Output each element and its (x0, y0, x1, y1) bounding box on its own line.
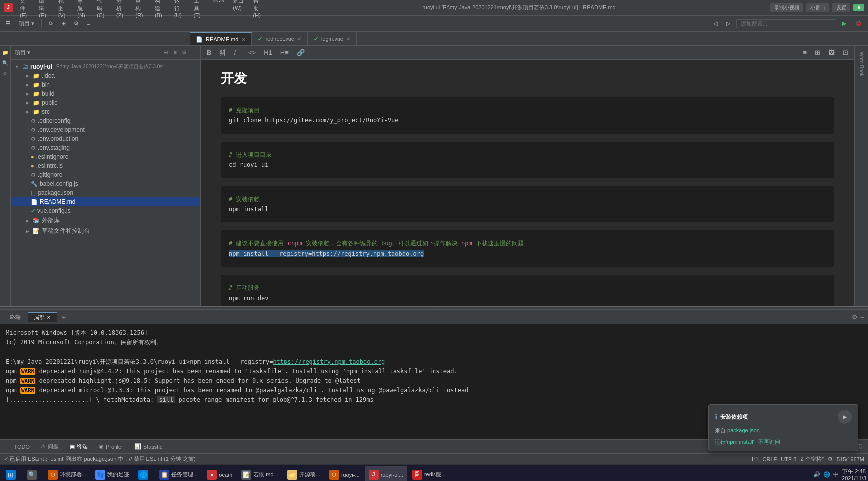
menu-refactor[interactable]: 重构(R) (131, 0, 150, 19)
position-indicator[interactable]: 1:1 (751, 456, 758, 462)
taskbar-browser[interactable]: 🌐 (134, 466, 154, 481)
terminal-tab-local[interactable]: 局部 ✕ (28, 312, 57, 322)
btab-issues[interactable]: ⚠ 问题 (36, 442, 64, 451)
tree-item-eslintrc[interactable]: ● .eslintrc.js (11, 161, 200, 170)
close-tab-login[interactable]: ✕ (346, 36, 350, 42)
tree-item-env-dev[interactable]: ⚙ .env.development (11, 125, 200, 134)
menu-nav[interactable]: 导航(N) (73, 0, 92, 19)
menu-help[interactable]: 帮助(H) (249, 0, 268, 19)
taskbar-ruoyi1[interactable]: ⬡ ruoyi-... (325, 466, 364, 481)
view-html-btn[interactable]: ⊡ (841, 48, 850, 57)
taskbar-ruoyi-md[interactable]: 📝 若依.md... (237, 466, 282, 481)
taskbar-redis[interactable]: 🗄 redis服... (408, 466, 450, 481)
bold-btn[interactable]: B (205, 48, 213, 57)
tree-item-idea[interactable]: ▶ 📁 .idea (11, 71, 200, 80)
tree-item-env-prod[interactable]: ⚙ .env.production (11, 134, 200, 143)
clock[interactable]: 下午 2:48 2021/11/3 (842, 468, 866, 481)
menu-analyze[interactable]: 分析(Z) (112, 0, 130, 19)
left-strip-btn1[interactable]: 📁 (2, 50, 8, 55)
structure-btn[interactable]: ⊞ (58, 19, 69, 28)
taskbar-env[interactable]: ⬡ 环境部署... (44, 466, 90, 481)
tab-login[interactable]: ✔ login.vue ✕ (308, 32, 357, 45)
line-ending-selector[interactable]: CRLF (763, 456, 777, 462)
taskbar-footprint[interactable]: 👣 我的足迹 (91, 466, 133, 481)
tree-item-readme[interactable]: 📄 README.md (11, 197, 200, 206)
taskbar-ruoyi-ui[interactable]: J ruoyi-ui... (365, 466, 407, 481)
sidebar-toggle[interactable]: ☰ (3, 19, 14, 28)
btab-todo[interactable]: ≡ TODO (4, 443, 35, 451)
menu-edit[interactable]: 编辑(E) (35, 0, 53, 19)
menu-run[interactable]: 运行(U) (170, 0, 189, 19)
taskbar-opensrc[interactable]: 📁 开源项... (283, 466, 324, 481)
notification-play-btn[interactable]: ▶ (838, 410, 852, 424)
link-btn[interactable]: 🔗 (295, 48, 307, 57)
start-button[interactable]: ⊞ (2, 466, 22, 481)
tree-item-editorconfig[interactable]: ⚙ .editorconfig (11, 116, 200, 125)
add-config-input[interactable] (736, 19, 836, 28)
taskbar-taskmgr[interactable]: 📋 任务管理... (155, 466, 202, 481)
tree-item-package[interactable]: { } package.json (11, 188, 200, 197)
menu-build[interactable]: 构建(B) (151, 0, 169, 19)
back-btn[interactable]: ◁ (710, 19, 720, 28)
sidebar-btn-close[interactable]: – (190, 49, 196, 56)
add-terminal-btn[interactable]: + (58, 312, 70, 322)
word-book-btn[interactable]: Word Book (857, 50, 866, 78)
charset-selector[interactable]: UTF-8 (781, 456, 796, 462)
sync-btn[interactable]: ⟳ (46, 19, 56, 28)
sidebar-btn-scope[interactable]: ⊕ (162, 49, 170, 56)
code-btn[interactable]: <> (246, 48, 258, 57)
menu-vcs[interactable]: VCS (209, 0, 228, 19)
tree-item-external[interactable]: ▶ 📚 外部库 (11, 215, 200, 226)
run-btn[interactable]: ▶ (839, 19, 849, 28)
tree-item-gitignore[interactable]: ⚙ .gitignore (11, 170, 200, 179)
hlist-btn[interactable]: H≡ (278, 48, 291, 57)
minimize-btn[interactable]: – (84, 20, 93, 28)
ime-indicator[interactable]: 中 (833, 471, 839, 478)
tree-root[interactable]: ▼ 🗂 ruoyi-ui E:\my-Java-20201221\ruoyi\开… (11, 62, 200, 71)
terminal-minimize-btn[interactable]: – (861, 313, 864, 321)
close-tab-redirect[interactable]: ✕ (297, 36, 301, 42)
record-button[interactable]: 录制小视频 (770, 3, 803, 12)
italic-btn[interactable]: I (232, 48, 238, 57)
tree-item-eslintignore[interactable]: ● .eslintignore (11, 152, 200, 161)
terminal-tab-terminal[interactable]: 终端 (4, 312, 27, 322)
debug-btn[interactable]: 🐞 (852, 19, 865, 28)
tree-item-public[interactable]: ▶ 📁 public (11, 98, 200, 107)
sidebar-btn-settings[interactable]: ⚙ (180, 49, 188, 56)
registry-link[interactable]: https://registry.npm.taobao.org (273, 358, 385, 365)
left-strip-btn2[interactable]: 🔍 (2, 60, 8, 66)
eslint-status[interactable]: ✔ 已启用 ESLint：'eslint' 列出在 package.json 中… (4, 455, 196, 463)
tree-item-env-staging[interactable]: ⚙ .env.staging (11, 143, 200, 152)
settings-button[interactable]: 设置 (832, 3, 850, 12)
notification-run-btn[interactable]: 运行'npm install' (715, 438, 754, 446)
btab-statistic[interactable]: 📊 Statistic (129, 442, 168, 451)
settings-icon-status[interactable]: ⚙ (828, 456, 833, 462)
sidebar-btn-collapse[interactable]: ≡ (172, 49, 178, 56)
tree-item-src[interactable]: ▶ 📁 src (11, 107, 200, 116)
menu-view[interactable]: 视图(V) (54, 0, 73, 19)
search-button[interactable]: 🔍 (23, 466, 43, 481)
forward-btn[interactable]: ▷ (723, 19, 733, 28)
tree-item-drafts[interactable]: ▶ 📝 草稿文件和控制台 (11, 226, 200, 236)
memory-indicator[interactable]: 515/1967M (837, 456, 864, 462)
view-list-btn[interactable]: ≡ (801, 48, 809, 57)
taskbar-ocam[interactable]: ● ocam (203, 466, 236, 481)
view-split-btn[interactable]: ⊞ (813, 48, 822, 57)
left-strip-btn3[interactable]: ⚙ (3, 71, 7, 76)
menu-file[interactable]: 文件(F) (16, 0, 34, 19)
menu-tools[interactable]: 工具(T) (190, 0, 208, 19)
settings-tb-btn[interactable]: ⚙ (71, 19, 82, 28)
tree-item-bin[interactable]: ▶ 📁 bin (11, 80, 200, 89)
tab-redirect[interactable]: ✔ redirect.vue ✕ (252, 32, 307, 45)
tree-item-babel[interactable]: 🔧 babel.config.js (11, 179, 200, 188)
close-tab-readme[interactable]: ✕ (241, 37, 245, 42)
mini-window-button[interactable]: 小窗口 (806, 3, 829, 12)
menu-window[interactable]: 窗口(W) (229, 0, 248, 19)
indent-selector[interactable]: 2 个空格* (800, 455, 823, 463)
close-terminal-local[interactable]: ✕ (47, 315, 51, 320)
tree-item-build[interactable]: ▶ 📁 build (11, 89, 200, 98)
tab-readme[interactable]: 📄 README.md ✕ (190, 32, 252, 45)
volume-icon[interactable]: 🔊 (813, 471, 820, 478)
format-btn[interactable]: 斜 (217, 47, 228, 58)
network-icon[interactable]: 🌐 (823, 471, 830, 478)
